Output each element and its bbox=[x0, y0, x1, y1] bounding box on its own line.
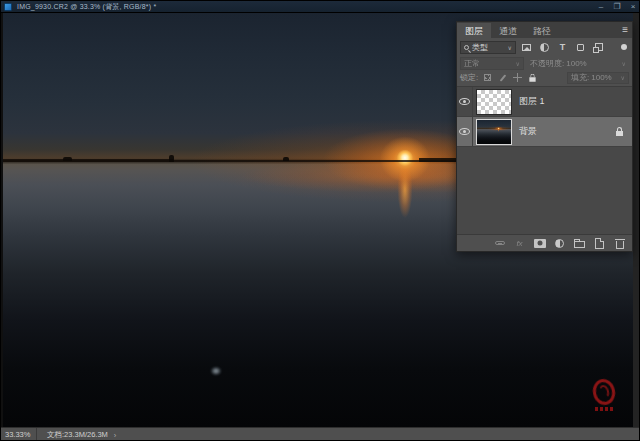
filter-kind-label: 类型 bbox=[472, 42, 488, 53]
fill-label: 填充: bbox=[571, 72, 589, 83]
chevron-down-icon: ∨ bbox=[516, 60, 520, 67]
lock-fill-row: 锁定: 填充: 100% ∨ bbox=[460, 71, 629, 84]
lock-position-button[interactable] bbox=[512, 72, 523, 84]
filter-shape-layers-button[interactable] bbox=[573, 41, 588, 54]
filter-kind-dropdown[interactable]: 类型 ∨ bbox=[460, 41, 516, 54]
panel-tab-bar: 图层 通道 路径 ≡ bbox=[457, 22, 632, 38]
fill-dropdown[interactable]: 填充: 100% ∨ bbox=[567, 72, 629, 84]
document-size-info[interactable]: 文档:23.3M/26.3M bbox=[47, 430, 108, 440]
panel-menu-icon[interactable]: ≡ bbox=[622, 23, 628, 36]
bird-in-water bbox=[211, 367, 221, 375]
fill-value: 100% bbox=[591, 73, 611, 82]
eye-icon bbox=[459, 98, 470, 105]
lock-transparent-pixels-button[interactable] bbox=[482, 72, 493, 84]
link-layers-button[interactable] bbox=[493, 236, 506, 250]
lock-icon bbox=[616, 131, 623, 136]
lock-label: 锁定: bbox=[460, 72, 478, 83]
blend-opacity-row: 正常 ∨ 不透明度: 100% ∨ bbox=[460, 57, 629, 70]
chevron-down-icon: ∨ bbox=[622, 60, 626, 67]
tab-layers[interactable]: 图层 bbox=[457, 23, 491, 38]
delete-layer-button[interactable] bbox=[613, 236, 626, 250]
pixel-layer-icon bbox=[522, 44, 531, 51]
watermark-text-marks bbox=[590, 407, 618, 411]
chevron-down-icon: ∨ bbox=[621, 74, 625, 81]
move-icon bbox=[513, 73, 522, 82]
layer-filter-row: 类型 ∨ T bbox=[457, 38, 632, 56]
smart-object-icon bbox=[595, 43, 603, 51]
watermark-ring bbox=[591, 377, 618, 407]
filter-smart-object-button[interactable] bbox=[591, 41, 606, 54]
type-layer-icon: T bbox=[560, 43, 566, 52]
filter-pixel-layers-button[interactable] bbox=[519, 41, 534, 54]
layer-lock-badge bbox=[616, 127, 623, 136]
lock-all-button[interactable] bbox=[527, 72, 538, 84]
new-layer-icon bbox=[595, 238, 604, 249]
filter-type-layers-button[interactable]: T bbox=[555, 41, 570, 54]
status-flyout-arrow[interactable]: › bbox=[114, 431, 117, 440]
layers-panel-toolbar: fx bbox=[457, 234, 632, 251]
brush-icon bbox=[499, 74, 506, 81]
application-window: IMG_9930.CR2 @ 33.3% (背景, RGB/8*) * – ❐ … bbox=[0, 0, 640, 441]
tree-silhouette bbox=[283, 157, 289, 161]
title-bar[interactable]: IMG_9930.CR2 @ 33.3% (背景, RGB/8*) * – ❐ … bbox=[1, 1, 640, 13]
layer-list: 图层 1 背景 bbox=[457, 86, 632, 239]
window-controls: – ❐ × bbox=[593, 1, 640, 13]
tree-silhouette bbox=[63, 157, 72, 161]
layer-thumbnail-transparent[interactable] bbox=[476, 89, 512, 115]
zoom-level-field[interactable]: 33.33% bbox=[1, 428, 37, 441]
layer-mask-icon bbox=[534, 239, 546, 248]
status-bar: 33.33% 文档:23.3M/26.3M › bbox=[1, 427, 640, 441]
opacity-dropdown[interactable]: 不透明度: 100% ∨ bbox=[527, 57, 629, 70]
folder-icon bbox=[574, 241, 585, 248]
layer-name: 背景 bbox=[519, 125, 537, 138]
lock-image-pixels-button[interactable] bbox=[497, 72, 508, 84]
maximize-button[interactable]: ❐ bbox=[609, 1, 625, 13]
visibility-toggle[interactable] bbox=[457, 87, 473, 116]
add-layer-mask-button[interactable] bbox=[533, 236, 546, 250]
window-edge-strip bbox=[633, 13, 640, 427]
blend-mode-value: 正常 bbox=[464, 58, 480, 69]
watermark-stamp bbox=[590, 379, 618, 411]
adjustment-layer-icon bbox=[555, 239, 564, 248]
tree-silhouette bbox=[169, 155, 174, 162]
lock-icon bbox=[530, 77, 536, 82]
layer-thumbnail-photo[interactable] bbox=[476, 119, 512, 145]
tab-channels[interactable]: 通道 bbox=[491, 23, 525, 38]
filter-adjustment-layers-button[interactable] bbox=[537, 41, 552, 54]
adjustment-layer-icon bbox=[540, 43, 549, 52]
search-icon bbox=[464, 45, 469, 50]
fx-icon: fx bbox=[516, 239, 522, 248]
eye-icon bbox=[459, 128, 470, 135]
filter-toggle-icon[interactable] bbox=[621, 44, 627, 50]
chevron-down-icon: ∨ bbox=[508, 44, 512, 51]
minimize-button[interactable]: – bbox=[593, 1, 609, 13]
blend-mode-dropdown[interactable]: 正常 ∨ bbox=[460, 57, 524, 70]
app-icon bbox=[4, 3, 12, 11]
tab-paths[interactable]: 路径 bbox=[525, 23, 559, 38]
opacity-label: 不透明度: bbox=[530, 58, 564, 69]
layer-list-empty-area bbox=[457, 147, 632, 239]
layer-style-button[interactable]: fx bbox=[513, 236, 526, 250]
new-group-button[interactable] bbox=[573, 236, 586, 250]
window-title: IMG_9930.CR2 @ 33.3% (背景, RGB/8*) * bbox=[17, 2, 156, 12]
opacity-value: 100% bbox=[566, 59, 586, 68]
transparent-pixels-icon bbox=[484, 74, 491, 81]
layer-name: 图层 1 bbox=[519, 95, 545, 108]
layers-panel: 图层 通道 路径 ≡ 类型 ∨ T 正常 ∨ 不透明度: bbox=[456, 21, 633, 252]
layer-row-background[interactable]: 背景 bbox=[457, 117, 632, 147]
close-button[interactable]: × bbox=[625, 1, 640, 13]
new-layer-button[interactable] bbox=[593, 236, 606, 250]
layer-row-layer1[interactable]: 图层 1 bbox=[457, 87, 632, 117]
shape-layer-icon bbox=[577, 44, 584, 51]
link-icon bbox=[495, 241, 505, 245]
trash-icon bbox=[616, 241, 624, 249]
visibility-toggle[interactable] bbox=[457, 117, 473, 146]
new-adjustment-layer-button[interactable] bbox=[553, 236, 566, 250]
